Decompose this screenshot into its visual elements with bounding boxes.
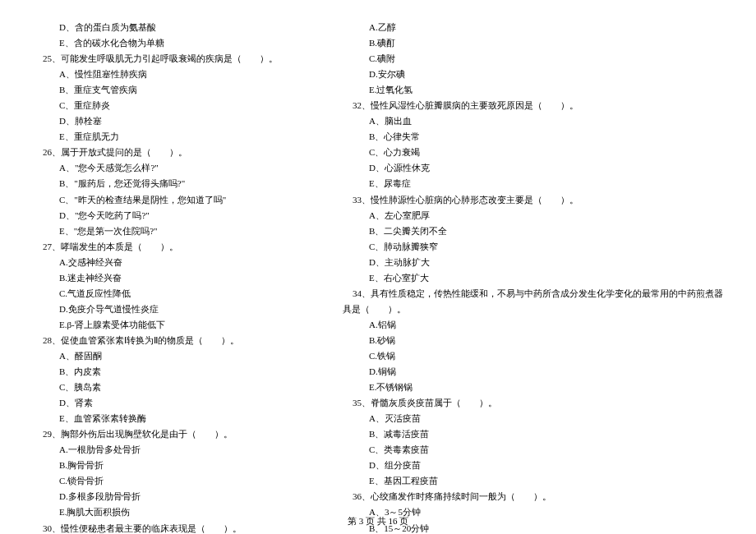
option-line: A、灭活疫苗 xyxy=(343,412,723,426)
option-line: B.迷走神经兴奋 xyxy=(33,271,318,285)
right-column: A.乙醇B.碘酊C.碘附D.安尔碘E.过氧化氢32、慢性风湿性心脏瓣膜病的主要致… xyxy=(343,21,723,534)
option-line: E、基因工程疫苗 xyxy=(343,474,723,488)
option-line: C、重症肺炎 xyxy=(33,99,318,113)
option-line: D.铜锅 xyxy=(343,365,723,379)
option-line: C.碘附 xyxy=(343,52,723,66)
question-line: 26、属于开放式提问的是（ ）。 xyxy=(33,145,318,159)
option-line: D、心源性休克 xyxy=(343,161,723,175)
question-line: 36、心绞痛发作时疼痛持续时间一般为（ ）。 xyxy=(343,490,723,504)
option-line: D.免疫介导气道慢性炎症 xyxy=(33,302,318,316)
question-line: 29、胸部外伤后出现胸壁软化是由于（ ）。 xyxy=(33,427,318,441)
option-line: C、类毒素疫苗 xyxy=(343,443,723,457)
left-column: D、含的蛋白质为氨基酸E、含的碳水化合物为单糖25、可能发生呼吸肌无力引起呼吸衰… xyxy=(33,21,318,534)
option-line: A、慢性阻塞性肺疾病 xyxy=(33,67,318,81)
option-line: A.乙醇 xyxy=(343,21,723,35)
option-line: B.碘酊 xyxy=(343,36,723,50)
option-line: D.安尔碘 xyxy=(343,67,723,81)
option-line: A、脑出血 xyxy=(343,114,723,128)
option-line: E、"您是第一次住院吗?" xyxy=(33,224,318,238)
question-line: 34、具有性质稳定，传热性能缓和，不易与中药所含成分发生化学变化的最常用的中药煎… xyxy=(343,287,723,301)
option-line: D、肾素 xyxy=(33,396,318,410)
option-line: B、内皮素 xyxy=(33,365,318,379)
option-line: D、"您今天吃药了吗?" xyxy=(33,209,318,223)
option-line: C、"昨天的检查结果是阴性，您知道了吗" xyxy=(33,193,318,207)
option-line: C.锁骨骨折 xyxy=(33,474,318,488)
option-line: E、尿毒症 xyxy=(343,177,723,191)
option-line: D.多根多段肋骨骨折 xyxy=(33,490,318,504)
question-continuation: 具是（ ）。 xyxy=(343,302,723,316)
option-line: E.过氧化氢 xyxy=(343,83,723,97)
option-line: C.气道反应性降低 xyxy=(33,287,318,301)
question-line: 33、慢性肺源性心脏病的心肺形态改变主要是（ ）。 xyxy=(343,193,723,207)
page-footer: 第 3 页 共 16 页 xyxy=(0,515,756,527)
option-line: C、胰岛素 xyxy=(33,380,318,394)
option-line: A.铝锅 xyxy=(343,318,723,332)
option-line: B、心律失常 xyxy=(343,130,723,144)
option-line: B、二尖瓣关闭不全 xyxy=(343,224,723,238)
question-line: 28、促使血管紧张素Ⅰ转换为Ⅱ的物质是（ ）。 xyxy=(33,334,318,348)
option-line: E.β-肾上腺素受体功能低下 xyxy=(33,318,318,332)
option-line: C、肺动脉瓣狭窄 xyxy=(343,240,723,254)
option-line: E、重症肌无力 xyxy=(33,130,318,144)
option-line: E、血管紧张素转换酶 xyxy=(33,412,318,426)
option-line: B.砂锅 xyxy=(343,334,723,348)
option-line: C.铁锅 xyxy=(343,349,723,363)
option-line: B、减毒活疫苗 xyxy=(343,427,723,441)
question-line: 25、可能发生呼吸肌无力引起呼吸衰竭的疾病是（ ）。 xyxy=(33,52,318,66)
option-line: E、含的碳水化合物为单糖 xyxy=(33,36,318,50)
option-line: D、含的蛋白质为氨基酸 xyxy=(33,21,318,35)
option-line: E、右心室扩大 xyxy=(343,271,723,285)
option-line: D、主动脉扩大 xyxy=(343,255,723,269)
option-line: A.一根肋骨多处骨折 xyxy=(33,443,318,457)
option-line: B.胸骨骨折 xyxy=(33,458,318,472)
option-line: D、组分疫苗 xyxy=(343,458,723,472)
option-line: A、"您今天感觉怎么样?" xyxy=(33,161,318,175)
option-line: E.不锈钢锅 xyxy=(343,380,723,394)
option-line: C、心力衰竭 xyxy=(343,145,723,159)
option-line: B、"服药后，您还觉得头痛吗?" xyxy=(33,177,318,191)
question-line: 32、慢性风湿性心脏瓣膜病的主要致死原因是（ ）。 xyxy=(343,99,723,113)
option-line: D、肺栓塞 xyxy=(33,114,318,128)
option-line: B、重症支气管疾病 xyxy=(33,83,318,97)
option-line: A、醛固酮 xyxy=(33,349,318,363)
question-line: 27、哮喘发生的本质是（ ）。 xyxy=(33,240,318,254)
option-line: A、左心室肥厚 xyxy=(343,209,723,223)
option-line: A.交感神经兴奋 xyxy=(33,255,318,269)
question-line: 35、脊髓灰质炎疫苗属于（ ）。 xyxy=(343,396,723,410)
